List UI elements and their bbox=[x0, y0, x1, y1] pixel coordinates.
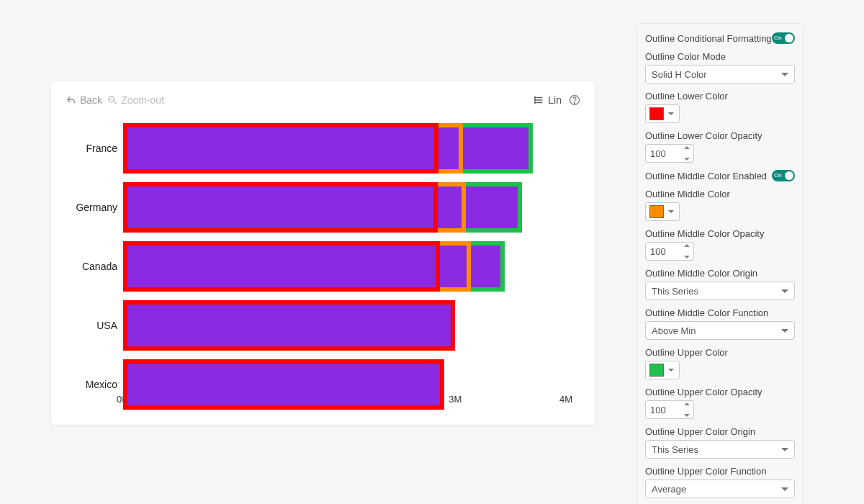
zoom-out-label: Zoom-out bbox=[121, 94, 164, 106]
chart-card: Back Zoom-out Lin bbox=[51, 81, 595, 425]
y-label: USA bbox=[66, 300, 123, 351]
back-icon bbox=[66, 94, 77, 106]
x-tick: 4M bbox=[559, 394, 572, 405]
chart-body: France Germany Canada USA Mexico 0M1M2M3… bbox=[66, 113, 580, 415]
middle-opacity-label: Outline Middle Color Opacity bbox=[645, 228, 795, 239]
lower-color-picker[interactable] bbox=[645, 104, 680, 123]
zoom-out-icon bbox=[107, 94, 118, 106]
outline-cf-label: Outline Conditional Formatting bbox=[645, 33, 772, 44]
chevron-down-icon bbox=[668, 210, 674, 213]
y-label: Germany bbox=[66, 182, 123, 233]
help-icon[interactable] bbox=[569, 94, 580, 106]
middle-opacity-input[interactable]: 100 bbox=[645, 242, 694, 261]
y-label: Canada bbox=[66, 241, 123, 292]
chevron-down-icon bbox=[781, 487, 788, 491]
upper-origin-label: Outline Upper Color Origin bbox=[645, 426, 795, 437]
middle-function-label: Outline Middle Color Function bbox=[645, 307, 795, 318]
middle-origin-select[interactable]: This Series bbox=[645, 282, 795, 300]
chevron-down-icon bbox=[781, 73, 788, 76]
middle-color-label: Outline Middle Color bbox=[645, 189, 795, 199]
outline-cf-toggle[interactable]: On bbox=[772, 32, 795, 44]
zoom-out-button[interactable]: Zoom-out bbox=[107, 94, 164, 106]
formatting-panel: Outline Conditional Formatting On Outlin… bbox=[636, 23, 804, 504]
back-button[interactable]: Back bbox=[66, 94, 102, 106]
svg-point-8 bbox=[535, 102, 536, 103]
list-icon bbox=[534, 94, 545, 106]
upper-opacity-input[interactable]: 100 bbox=[645, 400, 694, 419]
chevron-down-icon bbox=[668, 112, 674, 115]
color-mode-select[interactable]: Solid H Color bbox=[645, 65, 795, 84]
svg-point-7 bbox=[535, 99, 536, 100]
chevron-down-icon bbox=[781, 289, 788, 293]
svg-line-2 bbox=[114, 102, 117, 104]
swatch-upper bbox=[649, 364, 664, 377]
bar[interactable] bbox=[123, 300, 566, 351]
middle-function-select[interactable]: Above Min bbox=[645, 321, 795, 340]
bar[interactable] bbox=[123, 182, 566, 233]
upper-function-select[interactable]: Average bbox=[645, 480, 795, 498]
bar[interactable] bbox=[123, 123, 566, 174]
middle-enabled-label: Outline Middle Color Enabled bbox=[645, 171, 772, 181]
chevron-down-icon bbox=[781, 329, 788, 333]
swatch-middle bbox=[649, 205, 664, 218]
x-tick: 3M bbox=[449, 394, 462, 405]
upper-opacity-label: Outline Upper Color Opacity bbox=[645, 387, 795, 397]
legend-button[interactable]: Lin bbox=[534, 94, 562, 106]
lower-color-label: Outline Lower Color bbox=[645, 91, 795, 102]
upper-function-label: Outline Upper Color Function bbox=[645, 466, 795, 477]
lower-opacity-label: Outline Lower Color Opacity bbox=[645, 130, 795, 141]
chevron-down-icon bbox=[668, 369, 674, 372]
upper-color-label: Outline Upper Color bbox=[645, 347, 795, 358]
svg-point-6 bbox=[535, 97, 536, 98]
upper-color-picker[interactable] bbox=[645, 361, 680, 379]
bar[interactable] bbox=[123, 241, 566, 292]
middle-origin-label: Outline Middle Color Origin bbox=[645, 268, 795, 279]
chevron-down-icon bbox=[781, 448, 788, 451]
svg-point-10 bbox=[574, 102, 575, 103]
y-label: France bbox=[66, 123, 123, 174]
middle-color-picker[interactable] bbox=[645, 202, 680, 221]
chart-toolbar: Back Zoom-out Lin bbox=[66, 94, 580, 106]
y-label: Mexico bbox=[66, 359, 123, 410]
lin-label: Lin bbox=[548, 94, 562, 106]
middle-enabled-toggle[interactable]: On bbox=[772, 170, 795, 181]
lower-opacity-input[interactable]: 100 bbox=[645, 144, 694, 163]
upper-origin-select[interactable]: This Series bbox=[645, 440, 795, 459]
swatch-lower bbox=[649, 107, 664, 120]
plot-area bbox=[123, 123, 566, 391]
color-mode-label: Outline Color Mode bbox=[645, 51, 795, 62]
back-label: Back bbox=[80, 94, 102, 106]
y-axis-labels: France Germany Canada USA Mexico bbox=[66, 123, 123, 410]
